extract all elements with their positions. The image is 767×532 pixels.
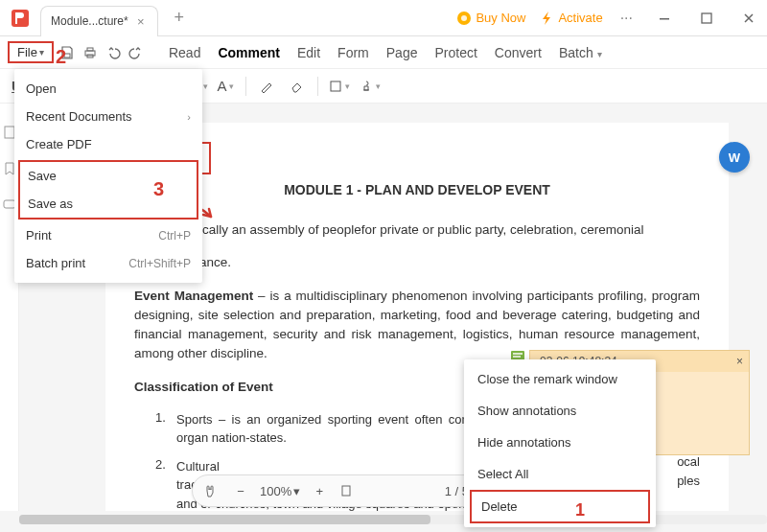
tab-convert[interactable]: Convert (495, 45, 542, 60)
print-icon[interactable] (81, 43, 100, 62)
titlebar: Module...cture* × + Buy Now Activate ··· (0, 0, 767, 36)
minimize-button[interactable] (650, 4, 679, 33)
svg-point-2 (461, 15, 467, 21)
hand-tool-icon[interactable] (202, 483, 221, 498)
chevron-right-icon: › (187, 111, 191, 123)
file-save-as[interactable]: Save as (20, 190, 197, 218)
tab-batch[interactable]: Batch ▾ (559, 45, 602, 60)
menubar: File ▾ 2 Read Comment Edit Form Page Pro… (0, 36, 767, 69)
shape-icon[interactable]: ▾ (326, 74, 351, 99)
close-icon[interactable]: × (134, 14, 148, 28)
file-open[interactable]: Open (14, 75, 202, 103)
zoom-out-button[interactable]: − (231, 484, 250, 498)
file-label: File (17, 45, 37, 59)
eraser-icon[interactable] (285, 74, 310, 99)
page-title: MODULE 1 - PLAN AND DEVELOP EVENT (134, 182, 700, 197)
chevron-down-icon: ▾ (293, 484, 300, 498)
tab-protect[interactable]: Protect (434, 45, 476, 60)
font-color-icon[interactable]: A▾ (213, 74, 238, 99)
file-menu-dropdown: Open Recent Documents› Create PDF Save S… (14, 69, 202, 283)
app-logo (6, 4, 35, 33)
ctx-select-all[interactable]: Select All (464, 458, 656, 490)
new-tab-button[interactable]: + (168, 7, 191, 30)
buy-now-label: Buy Now (476, 11, 525, 25)
ctx-show-annotations[interactable]: Show annotations (464, 395, 656, 427)
context-menu: Close the remark window Show annotations… (464, 359, 656, 527)
undo-icon[interactable] (104, 43, 123, 62)
more-icon[interactable]: ··· (616, 10, 637, 27)
annotation-highlight-box: Save Save as (18, 160, 198, 220)
document-tab[interactable]: Module...cture* × (40, 6, 158, 36)
activate-label: Activate (558, 11, 602, 25)
svg-rect-13 (4, 200, 15, 208)
annotation-marker-1: 1 (575, 500, 585, 520)
ctx-delete[interactable]: Delete (470, 490, 650, 523)
tab-form[interactable]: Form (337, 45, 369, 60)
svg-rect-4 (702, 13, 711, 23)
tab-page[interactable]: Page (386, 45, 418, 60)
ctx-close-remark[interactable]: Close the remark window (464, 363, 656, 395)
maximize-button[interactable] (692, 4, 721, 33)
file-create-pdf[interactable]: Create PDF (14, 130, 202, 158)
chevron-down-icon: ▾ (597, 49, 602, 59)
pen-icon[interactable] (254, 74, 279, 99)
chevron-down-icon: ▾ (39, 47, 44, 58)
svg-rect-15 (342, 486, 350, 496)
fit-page-icon[interactable] (338, 483, 358, 498)
separator (245, 77, 246, 96)
file-recent[interactable]: Recent Documents› (14, 103, 202, 130)
scrollbar-thumb[interactable] (19, 515, 430, 524)
close-window-button[interactable] (734, 4, 763, 33)
annotation-marker-3: 3 (153, 178, 164, 200)
close-icon[interactable]: × (736, 355, 743, 368)
file-menu-button[interactable]: File ▾ (8, 41, 54, 63)
file-save[interactable]: Save (20, 162, 197, 190)
svg-rect-12 (5, 127, 14, 138)
redo-icon[interactable] (127, 43, 146, 62)
separator (317, 77, 318, 96)
tab-comment[interactable]: Comment (218, 45, 280, 60)
ctx-hide-annotations[interactable]: Hide annotations (464, 427, 656, 458)
tab-read[interactable]: Read (169, 45, 200, 60)
stamp-icon[interactable]: ▾ (357, 74, 382, 99)
buy-now-button[interactable]: Buy Now (456, 11, 525, 26)
tab-edit[interactable]: Edit (297, 45, 320, 60)
file-print[interactable]: PrintCtrl+P (14, 221, 202, 249)
file-batch-print[interactable]: Batch printCtrl+Shift+P (14, 249, 202, 277)
svg-rect-7 (87, 48, 93, 51)
export-word-button[interactable]: W (719, 142, 750, 173)
activate-button[interactable]: Activate (539, 11, 602, 26)
svg-rect-3 (660, 18, 669, 20)
tab-title: Module...cture* (51, 14, 128, 28)
annotation-marker-2: 2 (56, 46, 66, 68)
zoom-level-dropdown[interactable]: 100% ▾ (260, 484, 300, 498)
zoom-in-button[interactable]: + (310, 484, 329, 498)
svg-rect-11 (331, 81, 340, 91)
